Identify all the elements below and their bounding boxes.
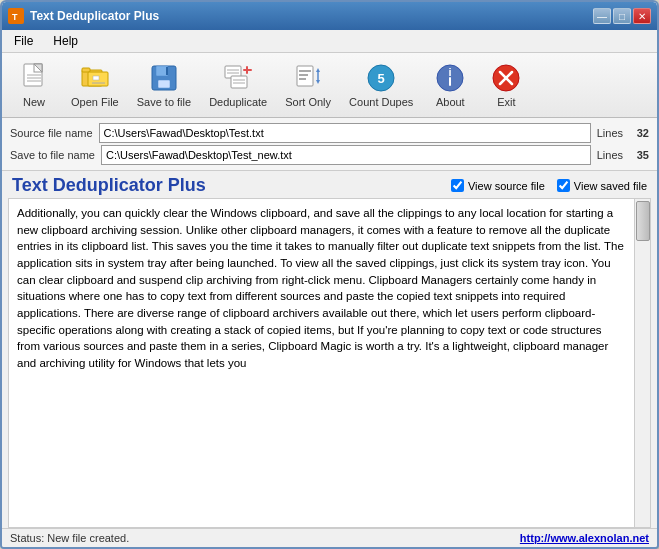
exit-label: Exit	[497, 96, 515, 108]
svg-text:5: 5	[378, 71, 385, 86]
svg-marker-30	[316, 80, 320, 84]
status-text: Status: New file created.	[10, 532, 129, 544]
new-button[interactable]: New	[8, 57, 60, 113]
save-file-input[interactable]	[101, 145, 591, 165]
about-icon: i	[434, 62, 466, 94]
deduplicate-button[interactable]: Deduplicate	[202, 57, 274, 113]
view-source-checkbox-label[interactable]: View source file	[451, 179, 545, 192]
open-file-button[interactable]: Open File	[64, 57, 126, 113]
file-path-area: Source file name Lines 32 Save to file n…	[2, 118, 657, 171]
title-left: T Text Deduplicator Plus	[8, 8, 159, 24]
text-content-area: Additionally, you can quickly clear the …	[8, 198, 651, 528]
main-window: T Text Deduplicator Plus — □ ✕ File Help	[0, 0, 659, 549]
text-content[interactable]: Additionally, you can quickly clear the …	[9, 199, 634, 527]
status-link[interactable]: http://www.alexnolan.net	[520, 532, 649, 544]
view-saved-label: View saved file	[574, 180, 647, 192]
scrollbar-track[interactable]	[634, 199, 650, 527]
open-file-label: Open File	[71, 96, 119, 108]
minimize-button[interactable]: —	[593, 8, 611, 24]
status-bar: Status: New file created. http://www.ale…	[2, 528, 657, 547]
new-label: New	[23, 96, 45, 108]
svg-rect-16	[166, 67, 168, 75]
sort-only-label: Sort Only	[285, 96, 331, 108]
title-controls: — □ ✕	[593, 8, 651, 24]
svg-rect-20	[231, 76, 247, 88]
deduplicate-icon	[222, 62, 254, 94]
about-label: About	[436, 96, 465, 108]
svg-marker-29	[316, 68, 320, 72]
toolbar: New Open File	[2, 53, 657, 118]
scrollbar-thumb[interactable]	[636, 201, 650, 241]
source-file-row: Source file name Lines 32	[10, 123, 649, 143]
save-to-file-label: Save to file	[137, 96, 191, 108]
source-file-label: Source file name	[10, 127, 93, 139]
source-lines-label: Lines	[597, 127, 623, 139]
checkbox-group: View source file View saved file	[451, 179, 647, 192]
source-lines-value: 32	[629, 127, 649, 139]
close-button[interactable]: ✕	[633, 8, 651, 24]
save-file-row: Save to file name Lines 35	[10, 145, 649, 165]
count-dupes-icon: 5	[365, 62, 397, 94]
svg-rect-25	[297, 66, 313, 86]
svg-rect-11	[93, 76, 99, 80]
title-bar: T Text Deduplicator Plus — □ ✕	[2, 2, 657, 30]
exit-button[interactable]: Exit	[480, 57, 532, 113]
save-lines-value: 35	[629, 149, 649, 161]
maximize-button[interactable]: □	[613, 8, 631, 24]
new-icon	[18, 62, 50, 94]
about-button[interactable]: i About	[424, 57, 476, 113]
exit-icon	[490, 62, 522, 94]
deduplicate-label: Deduplicate	[209, 96, 267, 108]
sort-icon	[292, 62, 324, 94]
svg-rect-15	[158, 80, 170, 88]
save-lines-label: Lines	[597, 149, 623, 161]
main-title: Text Deduplicator Plus	[12, 175, 206, 196]
svg-text:T: T	[12, 12, 18, 22]
app-icon: T	[8, 8, 24, 24]
sort-only-button[interactable]: Sort Only	[278, 57, 338, 113]
menu-help[interactable]: Help	[47, 32, 84, 50]
source-file-input[interactable]	[99, 123, 591, 143]
window-title: Text Deduplicator Plus	[30, 9, 159, 23]
view-source-label: View source file	[468, 180, 545, 192]
menu-file[interactable]: File	[8, 32, 39, 50]
save-to-file-button[interactable]: Save to file	[130, 57, 198, 113]
view-source-checkbox[interactable]	[451, 179, 464, 192]
view-saved-checkbox-label[interactable]: View saved file	[557, 179, 647, 192]
open-file-icon	[79, 62, 111, 94]
count-dupes-label: Count Dupes	[349, 96, 413, 108]
svg-text:i: i	[449, 66, 452, 78]
menu-bar: File Help	[2, 30, 657, 53]
svg-rect-9	[82, 68, 90, 72]
text-body: Additionally, you can quickly clear the …	[17, 207, 624, 369]
view-saved-checkbox[interactable]	[557, 179, 570, 192]
count-dupes-button[interactable]: 5 Count Dupes	[342, 57, 420, 113]
save-icon	[148, 62, 180, 94]
save-file-label: Save to file name	[10, 149, 95, 161]
main-header: Text Deduplicator Plus View source file …	[2, 171, 657, 198]
